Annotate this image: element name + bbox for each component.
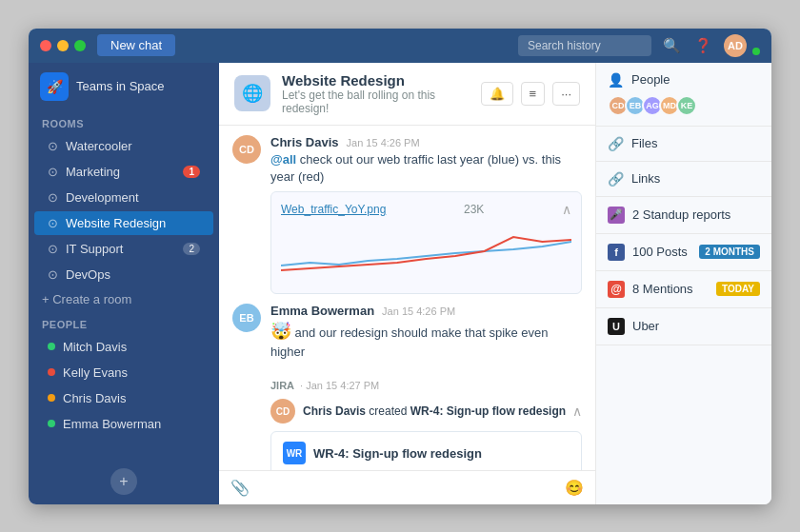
sidebar-item-devops[interactable]: ⊙ DevOps [34,263,213,286]
list-view-button[interactable]: ≡ [521,82,546,106]
mentions-time-badge: TODAY [716,282,760,296]
help-icon-button[interactable]: ❓ [692,35,714,56]
minimize-button[interactable] [57,40,69,51]
chart-filename[interactable]: Web_traffic_YoY.png [281,203,386,216]
sidebar-item-label: Development [66,190,139,205]
panel-standup-row[interactable]: 🎤 2 Standup reports [608,207,760,224]
traffic-lights [40,40,86,51]
message-content: Chris Davis Jan 15 4:26 PM @all check ou… [270,135,582,186]
status-dot [48,394,55,402]
panel-section-standup[interactable]: 🎤 2 Standup reports [596,197,771,234]
message-time: Jan 15 4:26 PM [347,137,420,148]
mention-icon: @ [608,281,625,298]
panel-mentions-row[interactable]: @ 8 Mentions TODAY [608,281,760,298]
room-icon: ⊙ [48,165,58,179]
sidebar-team-name: Teams in Space [76,79,165,93]
message-header: Emma Bowerman Jan 15 4:26 PM [270,304,582,318]
search-input[interactable] [518,35,651,56]
online-dot [48,343,55,350]
sidebar-item-kelly-evans[interactable]: Kelly Evans [34,361,213,384]
maximize-button[interactable] [74,40,86,51]
chart-attachment: Web_traffic_YoY.png 23K ∧ [270,191,582,294]
chat-header: 🌐 Website Redesign Let's get the ball ro… [219,63,595,126]
message-group: EB Emma Bowerman Jan 15 4:26 PM 🤯 and ou… [232,304,582,363]
more-options-button[interactable]: ··· [552,82,580,106]
title-bar: New chat 🔍 ❓ AD [29,29,771,63]
status-dot [48,368,55,376]
person-name: Emma Bowerman [63,417,161,431]
people-icon: 👤 [608,72,624,88]
panel-uber-row[interactable]: U Uber [608,318,760,335]
posts-time-badge: 2 MONTHS [699,245,760,259]
chat-area: 🌐 Website Redesign Let's get the ball ro… [219,63,595,504]
chart-collapse-button[interactable]: ∧ [562,202,571,217]
sidebar-item-website-redesign[interactable]: ⊙ Website Redesign [34,211,213,235]
panel-files-row[interactable]: 🔗 Files [608,136,760,151]
jira-creator-row: CD Chris Davis created WR-4: Sign-up flo… [232,395,582,427]
right-panel: 👤 People CD EB AG MD KE 🔗 File [595,63,771,504]
laptop-wrapper: New chat 🔍 ❓ AD 🚀 Teams in Space ROOMS ⊙ [0,0,800,532]
sidebar-item-label: DevOps [66,267,110,282]
sidebar-item-watercooler[interactable]: ⊙ Watercooler [34,134,213,158]
chat-header-actions: 🔔 ≡ ··· [481,82,580,106]
emoji-button[interactable]: 😊 [565,479,584,497]
jira-label: JIRA · Jan 15 4:27 PM [232,372,582,395]
add-button[interactable]: + [110,468,137,495]
people-avatar-5[interactable]: KE [676,95,697,116]
panel-people-row[interactable]: 👤 People [608,72,760,88]
message-sender: Emma Bowerman [270,304,374,318]
sidebar-item-emma-bowerman[interactable]: Emma Bowerman [34,412,213,436]
create-room-button[interactable]: + Create a room [29,287,219,311]
avatar[interactable]: AD [724,34,747,57]
panel-section-links[interactable]: 🔗 Links [596,162,771,197]
notification-button[interactable]: 🔔 [481,82,513,106]
room-icon: ⊙ [48,216,58,230]
room-icon: ⊙ [48,139,58,153]
room-icon: ⊙ [48,267,58,282]
posts-panel-label: 100 Posts [632,245,688,259]
sidebar-item-label: IT Support [66,242,123,256]
facebook-icon: f [608,244,625,261]
panel-posts-row[interactable]: f 100 Posts 2 MONTHS [608,244,760,261]
attachment-button[interactable]: 📎 [230,479,250,497]
sidebar-item-mitch-davis[interactable]: Mitch Davis [34,335,213,359]
people-label: PEOPLE [29,311,219,334]
sidebar-bottom: + [29,459,219,504]
message-input[interactable] [257,481,557,495]
jira-collapse-button[interactable]: ∧ [572,404,582,419]
people-avatars: CD EB AG MD KE [611,95,760,116]
panel-section-mentions[interactable]: @ 8 Mentions TODAY [596,271,771,308]
sidebar-item-marketing[interactable]: ⊙ Marketing 1 [34,160,213,184]
files-icon: 🔗 [608,136,624,151]
sidebar-item-development[interactable]: ⊙ Development [34,186,213,209]
close-button[interactable] [40,40,51,51]
new-chat-button[interactable]: New chat [97,34,175,56]
online-indicator [752,48,760,55]
chart-svg [281,223,571,280]
message-group: CD Chris Davis Jan 15 4:26 PM @all check… [232,135,582,294]
panel-section-files[interactable]: 🔗 Files [596,127,771,162]
sidebar-item-it-support[interactable]: ⊙ IT Support 2 [34,237,213,261]
panel-section-posts[interactable]: f 100 Posts 2 MONTHS [596,234,771,271]
person-name: Kelly Evans [63,365,128,380]
person-name: Mitch Davis [63,340,127,354]
message-sender: Chris Davis [270,135,339,149]
sidebar-item-label: Watercooler [66,139,132,153]
sidebar-item-label: Marketing [66,165,120,179]
jira-message-group: JIRA · Jan 15 4:27 PM CD Chris Davis cre… [232,372,582,469]
uber-panel-label: Uber [632,319,659,333]
messages-list: CD Chris Davis Jan 15 4:26 PM @all check… [219,126,595,470]
panel-links-row[interactable]: 🔗 Links [608,171,760,187]
sidebar: 🚀 Teams in Space ROOMS ⊙ Watercooler ⊙ M… [29,63,219,504]
sidebar-item-chris-davis[interactable]: Chris Davis [34,386,213,410]
unread-badge: 1 [183,166,200,178]
rooms-label: ROOMS [29,110,219,133]
jira-creator-avatar: CD [270,399,295,424]
search-icon-button[interactable]: 🔍 [661,35,683,56]
message-row: EB Emma Bowerman Jan 15 4:26 PM 🤯 and ou… [232,304,582,361]
mention: @all [270,152,296,167]
jira-time: · Jan 15 4:27 PM [300,380,379,391]
teams-icon: 🚀 [40,72,69,101]
panel-section-uber[interactable]: U Uber [596,308,771,345]
message-time: Jan 15 4:26 PM [382,305,455,317]
